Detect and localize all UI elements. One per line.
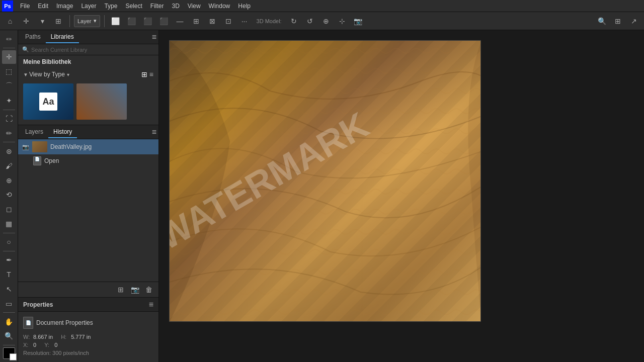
layers-history-menu-btn[interactable]: ≡ [152, 128, 156, 137]
new-snapshot-btn[interactable]: ⊞ [115, 284, 126, 295]
expand-triangle-icon: ▼ [23, 72, 28, 77]
doc-icon: 📄 [23, 317, 33, 329]
libraries-section: Paths Libraries ≡ 🔍 Meine Bibliothek ▼ V… [18, 30, 158, 125]
tool-sep-6 [3, 312, 15, 313]
search-icon: 🔍 [22, 46, 29, 53]
properties-menu-btn[interactable]: ≡ [149, 300, 153, 309]
zoom-tool[interactable]: 🔍 [2, 329, 16, 343]
shape-tool[interactable]: ▭ [2, 297, 16, 310]
clone-stamp-tool[interactable]: ⊕ [2, 173, 16, 187]
view-by-type-arrow-icon[interactable]: ▾ [67, 72, 69, 77]
magic-wand-tool[interactable]: ✦ [2, 94, 16, 108]
library-name: Meine Bibliothek [18, 55, 158, 68]
layer-dropdown[interactable]: Layer ▾ [74, 15, 100, 27]
delete-state-btn[interactable]: 🗑 [143, 284, 154, 295]
spot-heal-tool[interactable]: ⊛ [2, 144, 16, 158]
align-right-btn[interactable]: ⬛ [157, 14, 171, 28]
3d-rotate-btn[interactable]: ↻ [287, 14, 301, 28]
menu-3d[interactable]: 3D [168, 2, 183, 11]
library-thumb-0[interactable]: Aa [23, 83, 73, 120]
search-input[interactable] [31, 47, 154, 53]
menu-type[interactable]: Type [100, 2, 121, 11]
path-selection-tool[interactable]: ↖ [2, 282, 16, 296]
layers-history-section: Layers History ≡ 📷 DeathValley.jpg [18, 125, 158, 297]
workspace-btn[interactable]: ⊞ [611, 14, 625, 28]
lasso-tool[interactable]: ⌒ [2, 79, 16, 93]
dist3-btn[interactable]: ⊠ [205, 14, 219, 28]
tab-layers[interactable]: Layers [20, 126, 48, 138]
char-aa: Aa [39, 93, 57, 111]
menu-edit[interactable]: Edit [34, 2, 52, 11]
tab-history[interactable]: History [48, 126, 77, 138]
left-panel: Paths Libraries ≡ 🔍 Meine Bibliothek ▼ V… [18, 30, 159, 362]
camera-btn[interactable]: 📷 [129, 284, 140, 295]
search-btn[interactable]: 🔍 [595, 14, 609, 28]
history-item-0[interactable]: 📷 DeathValley.jpg [18, 139, 158, 154]
props-height: H: 5.777 in [61, 334, 91, 340]
grid-view-btn[interactable]: ⊞ [141, 70, 147, 78]
menu-image[interactable]: Image [52, 2, 77, 11]
height-label: H: [61, 334, 69, 340]
gradient-tool[interactable]: ▦ [2, 217, 16, 231]
crop-tool[interactable]: ⛶ [2, 112, 16, 126]
list-view-btn[interactable]: ≡ [149, 70, 153, 78]
pen-tool[interactable]: ✒ [2, 253, 16, 267]
artboard-btn[interactable]: ⊞ [51, 14, 65, 28]
3d-snap-btn[interactable]: ⊕ [319, 14, 333, 28]
transform-btn[interactable]: ⬜ [109, 14, 123, 28]
align-left-btn[interactable]: ⬛ [125, 14, 139, 28]
properties-title: Properties [23, 301, 53, 308]
props-y: Y: 0 [44, 342, 57, 348]
share-btn[interactable]: ↗ [627, 14, 641, 28]
library-thumb-1[interactable] [76, 83, 127, 120]
document-properties-row[interactable]: 📄 Document Properties [23, 315, 153, 331]
foreground-color[interactable] [3, 347, 15, 359]
thumb-desert-img [32, 141, 47, 152]
resolution-label: Resolution: [23, 350, 51, 356]
tab-libraries[interactable]: Libraries [46, 31, 79, 43]
libraries-menu-btn[interactable]: ≡ [152, 33, 156, 42]
eraser-tool[interactable]: ◻ [2, 203, 16, 216]
menu-filter[interactable]: Filter [146, 2, 168, 11]
canvas-area: WATERMARK [159, 30, 644, 362]
3d-camera-btn[interactable]: 📷 [351, 14, 365, 28]
move-tool-arrow[interactable]: ▾ [35, 14, 49, 28]
menu-file[interactable]: File [16, 2, 34, 11]
3d-undo-btn[interactable]: ↺ [303, 14, 317, 28]
history-item-1[interactable]: 📄 Open [18, 154, 158, 167]
collapse-toolbox-btn[interactable]: «» [2, 32, 16, 46]
brush-tool[interactable]: 🖌 [2, 159, 16, 172]
menu-help[interactable]: Help [234, 2, 255, 11]
marquee-tool[interactable]: ⬚ [2, 65, 16, 78]
move-tool[interactable]: ✛ [2, 50, 16, 64]
type-tool[interactable]: T [2, 267, 16, 281]
dodge-tool[interactable]: ○ [2, 235, 16, 249]
view-icons: ⊞ ≡ [141, 70, 153, 78]
align-center-btn[interactable]: ⬛ [141, 14, 155, 28]
distribute-btn[interactable]: — [173, 14, 187, 28]
more-options-btn[interactable]: ··· [237, 14, 252, 28]
menu-view[interactable]: View [184, 2, 205, 11]
canvas-inner[interactable]: WATERMARK [159, 30, 644, 362]
hand-tool[interactable]: ✋ [2, 315, 16, 328]
view-by-type-label[interactable]: View by Type [29, 71, 65, 78]
menu-layer[interactable]: Layer [77, 2, 100, 11]
desert-svg [170, 41, 480, 321]
3d-move-btn[interactable]: ⊹ [335, 14, 349, 28]
eyedropper-tool[interactable]: ✏ [2, 126, 16, 140]
tab-paths[interactable]: Paths [20, 31, 46, 43]
canvas-image[interactable]: WATERMARK [169, 40, 481, 322]
move-tool-btn[interactable]: ✛ [19, 14, 33, 28]
home-button[interactable]: ⌂ [3, 14, 17, 28]
menu-select[interactable]: Select [121, 2, 146, 11]
properties-dims: W: 8.667 in H: 5.777 in X: 0 [23, 331, 153, 359]
menu-window[interactable]: Window [205, 2, 234, 11]
width-label: W: [23, 334, 31, 340]
history-brush-tool[interactable]: ⟲ [2, 188, 16, 202]
dist4-btn[interactable]: ⊡ [221, 14, 235, 28]
toolbar: ⌂ ✛ ▾ ⊞ Layer ▾ ⬜ ⬛ ⬛ ⬛ — ⊞ ⊠ ⊡ ··· 3D M… [0, 12, 644, 30]
menubar: Ps File Edit Image Layer Type Select Fil… [0, 0, 644, 12]
dist2-btn[interactable]: ⊞ [189, 14, 203, 28]
image-thumb [76, 83, 127, 120]
3d-model-label: 3D Model: [254, 18, 285, 24]
